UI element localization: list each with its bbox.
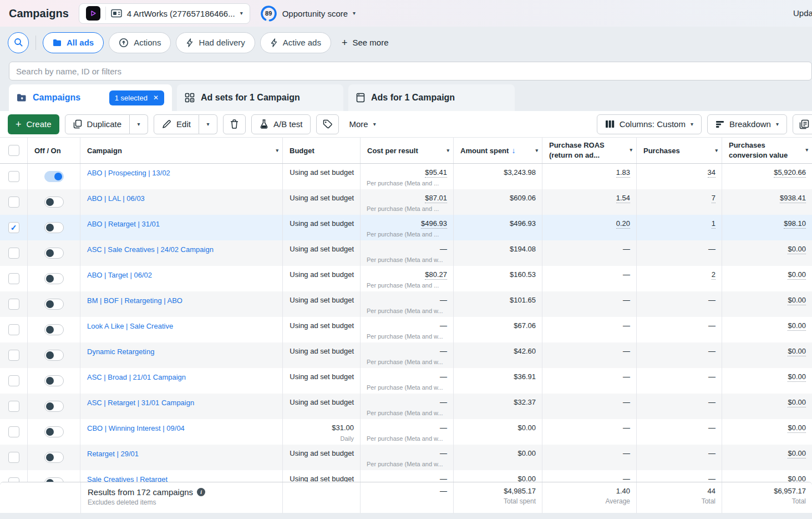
ab-test-button[interactable]: A/B test xyxy=(251,114,311,134)
row-checkbox[interactable] xyxy=(8,196,19,208)
header-cost-per-result[interactable]: Cost per result ▾ xyxy=(361,138,454,163)
conversion-value-cell: $0.00 xyxy=(722,266,812,291)
more-button[interactable]: More ▾ xyxy=(344,114,380,134)
purchase-roas-value: — xyxy=(623,398,630,407)
sort-descending-icon: ↓ xyxy=(511,146,515,155)
campaign-name-link[interactable]: ASC | Broad | 21/01 Campaign xyxy=(87,373,186,381)
purchases-value: 2 xyxy=(712,270,715,280)
campaign-name-link[interactable]: Dynamic Retargeting xyxy=(87,347,154,356)
campaign-toggle[interactable] xyxy=(44,273,64,284)
cost-per-result-value: — xyxy=(440,321,447,330)
row-checkbox[interactable] xyxy=(8,375,19,386)
budget-cell: $31.00 Daily xyxy=(283,419,361,445)
row-checkbox[interactable] xyxy=(8,350,19,361)
row-checkbox[interactable] xyxy=(8,401,19,412)
tab-ads[interactable]: Ads for 1 Campaign xyxy=(348,84,515,111)
campaign-toggle[interactable] xyxy=(44,299,64,310)
purchase-roas-value: 1.54 xyxy=(616,194,630,203)
tag-icon xyxy=(323,119,332,129)
table-row: ABO | Prospecting | 13/02 Using ad set b… xyxy=(0,164,812,189)
campaign-toggle[interactable] xyxy=(44,401,64,412)
reports-button[interactable] xyxy=(793,114,812,134)
row-toggle-cell xyxy=(28,317,80,342)
conversion-value: $0.00 xyxy=(788,270,806,280)
row-checkbox[interactable] xyxy=(8,324,19,335)
table-body: ABO | Prospecting | 13/02 Using ad set b… xyxy=(0,164,812,513)
campaign-name-link[interactable]: ASC | Retarget | 31/01 Campaign xyxy=(87,399,194,407)
amount-spent-value: $42.60 xyxy=(514,347,536,355)
account-name: 4 ArtWorks (277657186466... xyxy=(127,9,235,18)
header-purchase-roas[interactable]: Purchase ROAS (return on ad... ▾ xyxy=(542,138,637,163)
filter-pill-had-delivery[interactable]: Had delivery xyxy=(176,32,255,53)
cost-per-result-subtext: Per purchase (Meta and w... xyxy=(367,333,443,340)
header-budget[interactable]: Budget xyxy=(283,138,361,163)
row-select-cell xyxy=(0,164,28,189)
campaign-name-link[interactable]: CBO | Winning Interest | 09/04 xyxy=(87,424,185,432)
header-select-all[interactable] xyxy=(0,138,28,163)
campaign-name-link[interactable]: ABO | Prospecting | 13/02 xyxy=(87,169,170,177)
duplicate-button[interactable]: Duplicate xyxy=(65,114,130,134)
campaign-name-link[interactable]: Retarget | 29/01 xyxy=(87,450,139,458)
breakdown-button[interactable]: Breakdown ▾ xyxy=(707,114,787,134)
row-checkbox[interactable] xyxy=(8,299,19,310)
campaign-name-link[interactable]: Look A Like | Sale Creative xyxy=(87,322,173,330)
chevron-down-icon: ▾ xyxy=(776,122,779,127)
tab-campaigns[interactable]: Campaigns 1 selected ✕ xyxy=(9,84,172,111)
campaign-toggle[interactable] xyxy=(44,375,64,386)
campaign-name-link[interactable]: ASC | Sale Creatives | 24/02 Campaign xyxy=(87,245,214,254)
row-checkbox[interactable] xyxy=(8,273,19,284)
footer-roas-cell: 1.40 Average xyxy=(542,482,637,513)
create-button[interactable]: + Create xyxy=(8,114,59,134)
header-amount-spent[interactable]: Amount spent ↓ ▾ xyxy=(454,138,542,163)
table-footer: Results from 172 campaigns i Excludes de… xyxy=(0,482,812,513)
filter-pill-active-ads[interactable]: Active ads xyxy=(260,32,331,53)
edit-dropdown-button[interactable]: ▾ xyxy=(199,114,217,134)
filter-pill-all-ads[interactable]: All ads xyxy=(43,32,104,53)
row-checkbox[interactable] xyxy=(8,452,19,463)
duplicate-split-button: Duplicate ▾ xyxy=(65,114,149,134)
info-icon[interactable]: i xyxy=(197,488,205,496)
campaign-toggle[interactable] xyxy=(44,196,64,208)
campaign-toggle[interactable] xyxy=(44,171,64,182)
selected-count-badge[interactable]: 1 selected ✕ xyxy=(109,90,164,105)
filter-pill-actions[interactable]: Actions xyxy=(109,32,171,53)
tag-button[interactable] xyxy=(316,114,339,134)
search-input[interactable] xyxy=(9,62,812,80)
delete-button[interactable] xyxy=(223,114,246,134)
campaign-name-link[interactable]: BM | BOF | Retargeting | ABO xyxy=(87,296,182,305)
select-all-checkbox[interactable] xyxy=(8,145,19,156)
campaign-name-link[interactable]: ABO | Target | 06/02 xyxy=(87,271,152,279)
row-select-cell xyxy=(0,291,28,317)
campaign-toggle[interactable] xyxy=(44,222,64,233)
header-campaign[interactable]: Campaign ▾ xyxy=(80,138,283,163)
campaign-name-link[interactable]: ABO | LAL | 06/03 xyxy=(87,194,145,203)
row-checkbox[interactable] xyxy=(8,222,19,233)
campaign-toggle[interactable] xyxy=(44,452,64,463)
budget-value: Using ad set budget xyxy=(290,296,354,304)
edit-button[interactable]: Edit xyxy=(154,114,199,134)
row-checkbox[interactable] xyxy=(8,248,19,259)
header-purchases[interactable]: Purchases ▾ xyxy=(637,138,722,163)
campaign-toggle[interactable] xyxy=(44,426,64,437)
campaign-toggle[interactable] xyxy=(44,248,64,259)
close-icon[interactable]: ✕ xyxy=(153,94,159,102)
row-toggle-cell xyxy=(28,419,80,445)
conversion-value-cell: $0.00 xyxy=(722,291,812,317)
conversion-value: $5,920.66 xyxy=(774,168,806,178)
columns-button[interactable]: Columns: Custom ▾ xyxy=(597,114,702,134)
campaign-toggle[interactable] xyxy=(44,324,64,335)
tab-ad-sets[interactable]: Ad sets for 1 Campaign xyxy=(177,84,343,111)
row-checkbox[interactable] xyxy=(8,171,19,182)
duplicate-dropdown-button[interactable]: ▾ xyxy=(130,114,148,134)
row-checkbox[interactable] xyxy=(8,426,19,437)
search-button[interactable] xyxy=(8,32,29,53)
campaign-name-link[interactable]: ABO | Retarget | 31/01 xyxy=(87,220,160,228)
header-conversion-value[interactable]: Purchases conversion value ▾ xyxy=(722,138,812,163)
account-selector[interactable]: 4 ArtWorks (277657186466... ▾ xyxy=(79,3,250,24)
conversion-value-cell: $0.00 xyxy=(722,317,812,342)
see-more-button[interactable]: + See more xyxy=(342,38,389,48)
chevron-down-icon: ▾ xyxy=(373,122,376,127)
opportunity-score[interactable]: 89 Opportunity score ▾ xyxy=(260,5,356,22)
row-select-cell xyxy=(0,445,28,470)
campaign-toggle[interactable] xyxy=(44,350,64,361)
